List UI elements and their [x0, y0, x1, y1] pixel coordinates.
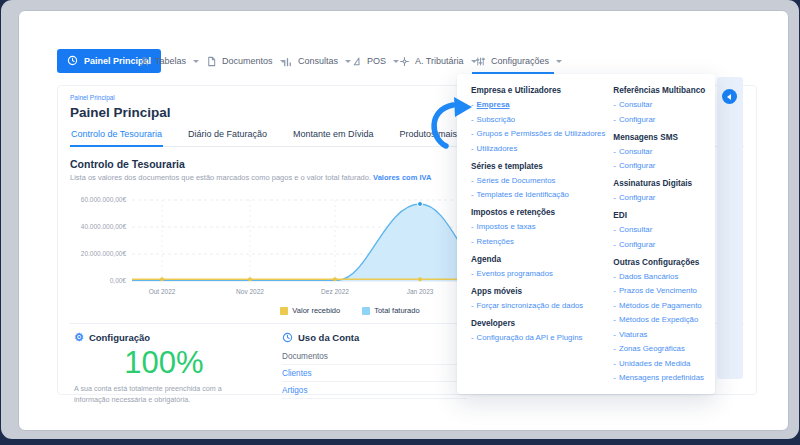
dash-bullet: -	[613, 272, 616, 281]
dash-bullet: -	[613, 193, 616, 202]
dropdown-menu-item[interactable]: -Configuração da API e Plugins	[471, 333, 605, 342]
dash-bullet: -	[471, 115, 474, 124]
dropdown-menu-item[interactable]: -Viaturas	[613, 330, 705, 339]
tab[interactable]: Diário de Faturação	[187, 129, 268, 146]
dropdown-group-header: Assinaturas Digitais	[613, 179, 705, 188]
dropdown-menu-item[interactable]: -Mensagens predefinidas	[613, 373, 705, 382]
nav-label: POS	[367, 56, 386, 66]
dropdown-menu-item[interactable]: -Subscrição	[471, 115, 605, 124]
dropdown-menu-item[interactable]: -Configurar	[613, 240, 705, 249]
dropdown-menu-item[interactable]: -Templates de Identificação	[471, 190, 605, 199]
dropdown-menu-item[interactable]: -Consultar	[613, 147, 705, 156]
dropdown-menu-item[interactable]: -Configurar	[613, 161, 705, 170]
dash-bullet: -	[613, 225, 616, 234]
sliders-icon	[475, 56, 486, 67]
dropdown-menu-item[interactable]: -Configurar	[613, 115, 705, 124]
dropdown-menu-item[interactable]: -Retenções	[471, 237, 605, 246]
dash-bullet: -	[471, 222, 474, 231]
user-icon	[139, 56, 150, 67]
dropdown-menu-item[interactable]: -Eventos programados	[471, 269, 605, 278]
clock-icon	[67, 55, 78, 68]
dropdown-group-items: -Consultar-Configurar	[613, 100, 705, 124]
dash-bullet: -	[613, 161, 616, 170]
dash-bullet: -	[613, 286, 616, 295]
dropdown-group-items: -Consultar-Configurar	[613, 147, 705, 171]
dropdown-menu-item[interactable]: -Zonas Geográficas	[613, 344, 705, 353]
legend-swatch-blue	[362, 307, 370, 315]
legend-item-valor-recebido: Valor recebido	[280, 306, 340, 315]
x-tick: Dez 2022	[321, 288, 349, 295]
nav-item-documentos[interactable]: Documentos	[206, 51, 286, 71]
dropdown-column-2: Referências Multibanco -Consultar-Config…	[613, 84, 705, 384]
dash-bullet: -	[471, 129, 474, 138]
dropdown-menu-item[interactable]: -Dados Bancários	[613, 272, 705, 281]
dropdown-group-items: -Configuração da API e Plugins	[471, 333, 605, 342]
dropdown-group-header: Impostos e retenções	[471, 208, 605, 217]
document-icon	[206, 56, 217, 67]
triangle-left-icon	[727, 94, 731, 100]
dropdown-menu-item[interactable]: -Grupos e Permissões de Utilizadores	[471, 129, 605, 138]
dash-bullet: -	[471, 333, 474, 342]
y-tick: 20.000.000,00€	[81, 250, 127, 257]
dash-bullet: -	[471, 237, 474, 246]
nav-item-configuracoes[interactable]: Configurações	[475, 51, 562, 71]
page: { "nav": { "items": [ { "label": "Painel…	[0, 0, 800, 445]
y-tick: 40.000.000,00€	[81, 223, 127, 230]
dash-bullet: -	[613, 115, 616, 124]
usage-row: Clientes	[282, 365, 467, 382]
dropdown-column-1: Empresa e Utilizadores -Empresa-Subscriç…	[471, 84, 605, 384]
widget-title: Uso da Conta	[298, 332, 359, 343]
dropdown-group-items: -Dados Bancários-Prazos de Vencimento-Mé…	[613, 272, 705, 383]
dropdown-menu-item[interactable]: -Forçar sincronização de dados	[471, 301, 605, 310]
usage-row-label[interactable]: Documentos	[282, 352, 328, 361]
dropdown-menu-item[interactable]: -Empresa	[471, 100, 605, 109]
configuracoes-dropdown: Empresa e Utilizadores -Empresa-Subscriç…	[457, 74, 715, 394]
nav-label: Documentos	[222, 56, 273, 66]
dropdown-menu-item[interactable]: -Utilizadores	[471, 144, 605, 153]
nav-label: Configurações	[491, 56, 549, 66]
dropdown-menu-item[interactable]: -Impostos e taxas	[471, 222, 605, 231]
nav-item-consultas[interactable]: Consultas	[282, 51, 351, 71]
nav-item-a-tributaria[interactable]: A. Tributária	[399, 51, 477, 71]
dropdown-group-header: Apps móveis	[471, 287, 605, 296]
y-tick: 60.000.000,00€	[81, 196, 127, 203]
widget-title: Configuração	[89, 332, 150, 343]
pos-icon	[351, 56, 362, 67]
dropdown-menu-item[interactable]: -Consultar	[613, 100, 705, 109]
dropdown-group-header: EDI	[613, 211, 705, 220]
dash-bullet: -	[471, 100, 474, 109]
chevron-down-icon	[556, 60, 562, 63]
dropdown-menu-item[interactable]: -Métodos de Pagamento	[613, 301, 705, 310]
dash-bullet: -	[471, 301, 474, 310]
dash-bullet: -	[613, 315, 616, 324]
nav-item-tabelas[interactable]: Tabelas	[139, 51, 199, 71]
dropdown-group-items: -Empresa-Subscrição-Grupos e Permissões …	[471, 100, 605, 153]
dash-bullet: -	[613, 240, 616, 249]
legend-swatch-yellow	[280, 307, 288, 315]
dropdown-menu-item[interactable]: -Prazos de Vencimento	[613, 286, 705, 295]
tab[interactable]: Controlo de Tesouraria	[70, 129, 163, 147]
dash-bullet: -	[613, 373, 616, 382]
dropdown-group-header: Agenda	[471, 255, 605, 264]
dropdown-group-items: -Consultar-Configurar	[613, 225, 705, 249]
dropdown-menu-item[interactable]: -Séries de Documentos	[471, 176, 605, 185]
dropdown-menu-item[interactable]: -Consultar	[613, 225, 705, 234]
dropdown-group-header: Developers	[471, 319, 605, 328]
nav-item-pos[interactable]: POS	[351, 51, 399, 71]
dash-bullet: -	[471, 176, 474, 185]
legend-label: Total faturado	[374, 306, 419, 315]
dropdown-menu-item[interactable]: -Configurar	[613, 193, 705, 202]
usage-row-label[interactable]: Clientes	[282, 369, 312, 378]
valores-com-iva-link[interactable]: Valores com IVA	[373, 173, 431, 182]
dash-bullet: -	[471, 144, 474, 153]
dropdown-menu-item[interactable]: -Unidades de Medida	[613, 359, 705, 368]
panel-collapse-strip	[717, 77, 743, 379]
chevron-down-icon	[193, 60, 199, 63]
dropdown-group-header: Séries e templates	[471, 162, 605, 171]
usage-rows: Documentos 5. Clientes Artigos 1.	[282, 348, 467, 399]
tab[interactable]: Montante em Dívida	[292, 129, 375, 146]
usage-row-label[interactable]: Artigos	[282, 386, 307, 395]
collapse-panel-button[interactable]	[722, 89, 737, 104]
dropdown-menu-item[interactable]: -Métodos de Expedição	[613, 315, 705, 324]
legend-item-total-faturado: Total faturado	[362, 306, 419, 315]
